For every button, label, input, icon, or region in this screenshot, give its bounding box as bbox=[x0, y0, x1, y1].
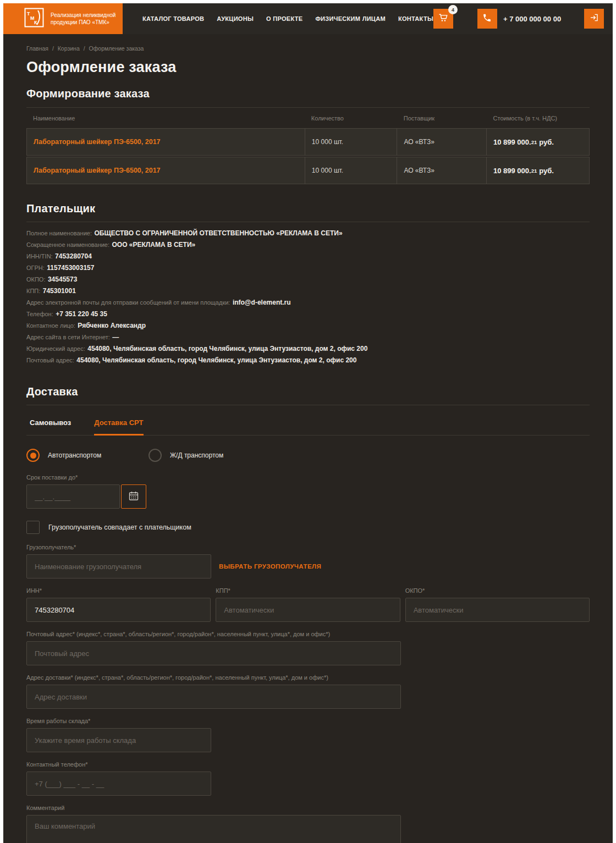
okpo-group: ОКПО* bbox=[405, 587, 590, 622]
payer-field: Адрес электронной почты для отправки соо… bbox=[26, 296, 590, 308]
divider bbox=[26, 405, 590, 405]
inn-kpp-okpo-row: ИНН* КПП* ОКПО* bbox=[26, 587, 590, 622]
nav-about[interactable]: О ПРОЕКТЕ bbox=[266, 15, 302, 22]
page-title: Оформление заказа bbox=[26, 59, 590, 76]
delivery-section-title: Доставка bbox=[26, 385, 590, 398]
breadcrumb: Главная / Корзина / Оформление заказа bbox=[26, 45, 590, 52]
order-section-title: Формирование заказа bbox=[26, 87, 590, 100]
header-phone-number: + 7 000 000 00 00 bbox=[503, 15, 561, 23]
deadline-input[interactable] bbox=[26, 484, 120, 509]
order-table: Наименование Количество Поставщик Стоимо… bbox=[26, 107, 590, 184]
product-link[interactable]: Лабораторный шейкер ПЭ-6500, 2017 bbox=[27, 157, 305, 184]
logout-icon bbox=[589, 13, 599, 25]
breadcrumb-cart[interactable]: Корзина bbox=[58, 45, 80, 52]
cart-icon bbox=[438, 12, 449, 25]
consignee-label: Грузополучатель* bbox=[26, 544, 590, 550]
order-table-header: Наименование Количество Поставщик Стоимо… bbox=[26, 108, 590, 128]
col-qty: Количество bbox=[305, 115, 397, 122]
payer-field: Телефон: +7 351 220 45 35 bbox=[26, 308, 590, 319]
delivery-address-label: Адрес доставки* (индекс*, страна*, облас… bbox=[26, 674, 590, 681]
contact-phone-input[interactable] bbox=[26, 772, 211, 796]
calendar-icon bbox=[128, 491, 139, 503]
product-link[interactable]: Лабораторный шейкер ПЭ-6500, 2017 bbox=[27, 129, 305, 155]
radio-unchecked-icon bbox=[148, 449, 162, 462]
okpo-input[interactable] bbox=[405, 598, 590, 622]
product-price: 10 899 000.21руб. bbox=[486, 157, 589, 184]
logo[interactable]: Т М К Реализация неликвидной продукции П… bbox=[3, 3, 123, 34]
checkbox-label: Грузополучатель совпадает с плательщиком bbox=[48, 524, 191, 531]
checkbox-icon bbox=[26, 521, 40, 534]
comment-textarea[interactable] bbox=[26, 815, 401, 843]
work-time-input[interactable] bbox=[26, 728, 211, 752]
breadcrumb-current: Оформление заказа bbox=[89, 45, 144, 52]
cart-button[interactable]: 4 bbox=[433, 9, 453, 29]
payer-field: Контактное лицо: Рябченко Александр bbox=[26, 319, 590, 331]
product-price: 10 899 000.21руб. bbox=[486, 129, 589, 155]
postal-address-label: Почтовый адрес* (индекс*, страна*, облас… bbox=[26, 631, 590, 637]
nav-contacts[interactable]: КОНТАКТЫ bbox=[398, 15, 433, 22]
table-row: Лабораторный шейкер ПЭ-6500, 2017 10 000… bbox=[26, 157, 590, 184]
phone-icon bbox=[482, 13, 492, 25]
svg-text:К: К bbox=[34, 20, 37, 25]
payer-field: Почтовый адрес: 454080, Челябинская обла… bbox=[26, 354, 590, 366]
inn-input[interactable] bbox=[26, 598, 211, 622]
tab-pickup[interactable]: Самовывоз bbox=[30, 411, 71, 436]
payer-field: Полное наименование: ОБЩЕСТВО С ОГРАНИЧЕ… bbox=[26, 227, 590, 239]
nav-individuals[interactable]: ФИЗИЧЕСКИМ ЛИЦАМ bbox=[315, 15, 386, 22]
inn-label: ИНН* bbox=[26, 587, 211, 594]
header-right: 4 + 7 000 000 00 00 bbox=[433, 9, 613, 29]
payer-field: Адрес сайта в сети Интернет: — bbox=[26, 331, 590, 343]
page: Т М К Реализация неликвидной продукции П… bbox=[3, 3, 613, 843]
col-price: Стоимость (в т.ч. НДС) bbox=[487, 115, 590, 122]
payer-details: Полное наименование: ОБЩЕСТВО С ОГРАНИЧЕ… bbox=[26, 227, 590, 366]
calendar-button[interactable] bbox=[121, 484, 146, 509]
payer-field: ОГРН: 1157453003157 bbox=[26, 262, 590, 273]
tmk-logo-icon: Т М К bbox=[24, 8, 44, 30]
delivery-address-group: Адрес доставки* (индекс*, страна*, облас… bbox=[26, 674, 590, 709]
breadcrumb-separator: / bbox=[52, 45, 54, 52]
product-qty: 10 000 шт. bbox=[305, 129, 397, 155]
kpp-input[interactable] bbox=[216, 598, 400, 622]
inn-group: ИНН* bbox=[26, 587, 211, 622]
delivery-address-input[interactable] bbox=[26, 685, 401, 709]
work-time-label: Время работы склада* bbox=[26, 718, 590, 724]
select-consignee-button[interactable]: ВЫБРАТЬ ГРУЗОПОЛУЧАТЕЛЯ bbox=[219, 563, 321, 570]
kpp-group: КПП* bbox=[216, 587, 400, 622]
phone-button[interactable] bbox=[477, 9, 497, 29]
payer-field: ИНН/TIN: 7453280704 bbox=[26, 250, 590, 262]
content: Главная / Корзина / Оформление заказа Оф… bbox=[3, 34, 613, 843]
cart-badge: 4 bbox=[448, 5, 458, 14]
payer-field: Сокращенное наименование: ООО «РЕКЛАМА В… bbox=[26, 239, 590, 250]
consignee-group: Грузополучатель* ВЫБРАТЬ ГРУЗОПОЛУЧАТЕЛЯ bbox=[26, 544, 590, 578]
main-nav: КАТАЛОГ ТОВАРОВ АУКЦИОНЫ О ПРОЕКТЕ ФИЗИЧ… bbox=[142, 15, 433, 22]
same-as-payer-checkbox[interactable]: Грузополучатель совпадает с плательщиком bbox=[26, 521, 590, 534]
delivery-tabs: Самовывоз Доставка СРТ bbox=[26, 411, 590, 436]
table-row: Лабораторный шейкер ПЭ-6500, 2017 10 000… bbox=[26, 128, 590, 156]
header: Т М К Реализация неликвидной продукции П… bbox=[3, 3, 613, 34]
divider bbox=[26, 222, 590, 222]
product-supplier: АО «ВТЗ» bbox=[397, 129, 486, 155]
comment-label: Комментарий bbox=[26, 805, 590, 811]
kpp-label: КПП* bbox=[216, 587, 400, 594]
consignee-input[interactable] bbox=[26, 554, 211, 578]
nav-catalog[interactable]: КАТАЛОГ ТОВАРОВ bbox=[142, 15, 204, 22]
work-time-group: Время работы склада* bbox=[26, 718, 590, 752]
transport-radios: Автотранспортом Ж/Д транспортом bbox=[26, 449, 590, 462]
contact-phone-group: Контактный телефон* bbox=[26, 761, 590, 796]
postal-address-input[interactable] bbox=[26, 641, 401, 665]
payer-section-title: Плательщик bbox=[26, 202, 590, 215]
payer-field: ОКПО: 34545573 bbox=[26, 273, 590, 285]
product-qty: 10 000 шт. bbox=[305, 157, 397, 184]
payer-field: КПП: 745301001 bbox=[26, 285, 590, 296]
breadcrumb-home[interactable]: Главная bbox=[26, 45, 48, 52]
logout-button[interactable] bbox=[584, 9, 604, 29]
radio-rail-transport[interactable]: Ж/Д транспортом bbox=[148, 449, 237, 462]
comment-group: Комментарий bbox=[26, 805, 590, 843]
nav-auctions[interactable]: АУКЦИОНЫ bbox=[217, 15, 254, 22]
payer-field: Юридический адрес: 454080, Челябинская о… bbox=[26, 343, 590, 354]
col-supplier: Поставщик bbox=[397, 115, 487, 122]
deadline-label: Срок поставки до* bbox=[26, 474, 590, 481]
radio-auto-transport[interactable]: Автотранспортом bbox=[26, 449, 114, 462]
tab-delivery-cpt[interactable]: Доставка СРТ bbox=[94, 411, 143, 436]
okpo-label: ОКПО* bbox=[405, 587, 590, 594]
